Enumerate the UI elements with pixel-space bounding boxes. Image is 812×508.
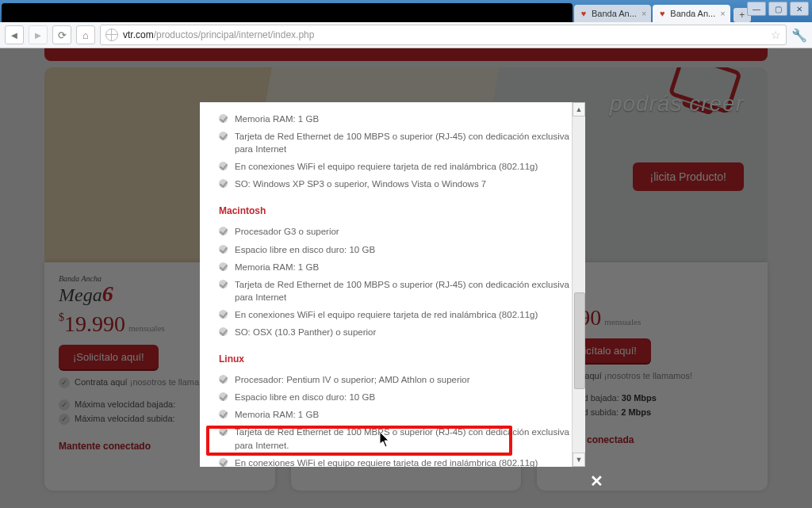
req-item: En conexiones WiFi el equipo requiere ta… — [219, 158, 573, 175]
req-item: En conexiones WiFi el equipo requiere ta… — [219, 454, 573, 467]
url-path: /productos/principal/internet/index.php — [154, 29, 315, 40]
url-bar[interactable]: vtr.com/productos/principal/internet/ind… — [100, 25, 787, 45]
req-item: Espacio libre en disco duro: 10 GB — [219, 241, 573, 258]
req-item: Procesador: Pentium IV o superior; AMD A… — [219, 371, 573, 388]
scroll-up-button[interactable]: ▲ — [573, 102, 585, 116]
tab-banda-1[interactable]: ♥ Banda An... × — [574, 5, 651, 22]
req-item: Tarjeta de Red Ethernet de 100 MBPS o su… — [219, 128, 573, 158]
heading-linux: Linux — [219, 353, 573, 365]
req-list-linux: Procesador: Pentium IV o superior; AMD A… — [219, 371, 573, 467]
reload-button[interactable]: ⟳ — [52, 25, 71, 44]
req-item: Procesador G3 o superior — [219, 223, 573, 240]
browser-viewport: podrás creer ¡licita Producto! Banda Anc… — [0, 48, 812, 508]
browser-titlebar: ♥ Banda An... × ♥ Banda An... × + — ▢ ✕ — [0, 0, 812, 22]
heart-icon: ♥ — [579, 9, 588, 18]
req-item: Memoria RAM: 1 GB — [219, 110, 573, 128]
close-window-button[interactable]: ✕ — [790, 2, 809, 16]
req-item: SO: OSX (10.3 Panther) o superior — [219, 323, 573, 341]
req-list-windows-tail: Memoria RAM: 1 GBTarjeta de Red Ethernet… — [219, 110, 573, 193]
url-host: vtr.com — [123, 29, 154, 40]
modal-close-button[interactable]: ✕ — [590, 472, 603, 491]
req-item: En conexiones WiFi el equipo requiere ta… — [219, 306, 573, 323]
browser-toolbar: ◄ ► ⟳ ⌂ vtr.com/productos/principal/inte… — [0, 22, 812, 48]
tab-strip: ♥ Banda An... × ♥ Banda An... × + — [0, 3, 812, 22]
req-item: Tarjeta de Red Ethernet de 100 MBPS o su… — [219, 423, 573, 453]
maximize-button[interactable]: ▢ — [768, 2, 787, 16]
settings-icon[interactable]: 🔧 — [791, 28, 807, 43]
globe-icon — [105, 29, 118, 41]
requirements-modal: Memoria RAM: 1 GBTarjeta de Red Ethernet… — [200, 102, 598, 467]
tab-label: Banda An... — [670, 9, 715, 18]
heart-icon: ♥ — [657, 9, 667, 18]
close-icon[interactable]: × — [720, 9, 725, 18]
close-icon[interactable]: × — [642, 9, 646, 18]
bookmark-icon[interactable]: ☆ — [771, 29, 781, 41]
req-item: Tarjeta de Red Ethernet de 100 MBPS o su… — [219, 276, 573, 306]
tab-label: Banda An... — [592, 9, 637, 18]
req-item: Memoria RAM: 1 GB — [219, 406, 573, 423]
redacted-area — [2, 3, 573, 22]
modal-body: Memoria RAM: 1 GBTarjeta de Red Ethernet… — [200, 102, 585, 467]
req-item: SO: Windows XP SP3 o superior, Windows V… — [219, 175, 573, 193]
home-button[interactable]: ⌂ — [76, 25, 95, 44]
window-buttons: — ▢ ✕ — [747, 2, 809, 16]
forward-button[interactable]: ► — [29, 25, 48, 44]
scroll-down-button[interactable]: ▼ — [573, 453, 585, 467]
req-item: Espacio libre en disco duro: 10 GB — [219, 388, 573, 406]
req-item: Memoria RAM: 1 GB — [219, 258, 573, 276]
minimize-button[interactable]: — — [747, 2, 766, 16]
req-list-macintosh: Procesador G3 o superiorEspacio libre en… — [219, 223, 573, 341]
modal-scrollbar[interactable]: ▲ ▼ — [572, 102, 585, 467]
tab-banda-2[interactable]: ♥ Banda An... × — [653, 5, 730, 22]
scroll-thumb[interactable] — [574, 292, 585, 389]
heading-macintosh: Macintosh — [219, 205, 573, 216]
back-button[interactable]: ◄ — [5, 25, 24, 44]
